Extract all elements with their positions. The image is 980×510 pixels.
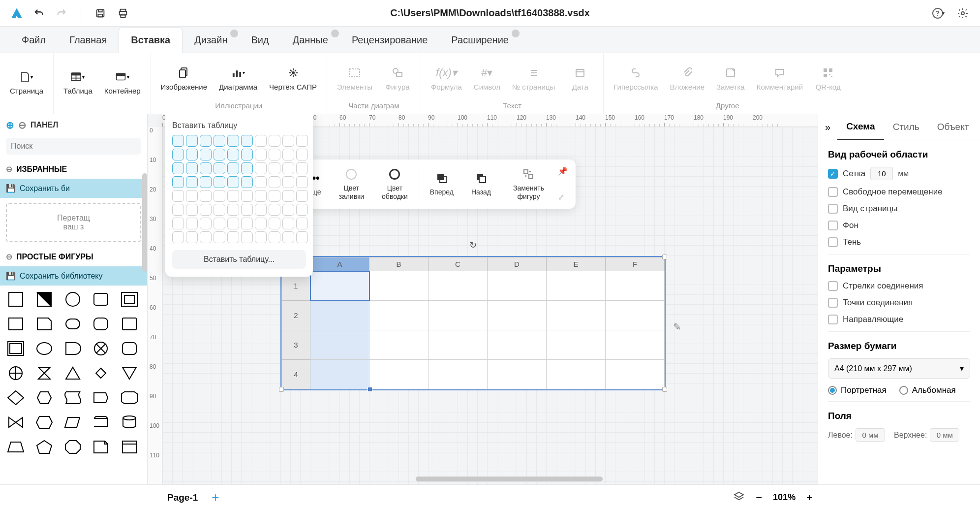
table-cell[interactable] (310, 301, 369, 330)
resize-handle[interactable] (279, 387, 284, 392)
shape-triangle[interactable] (62, 363, 84, 383)
table-grid-cell[interactable] (296, 176, 308, 188)
table-cell[interactable] (369, 360, 429, 389)
shape-bowtie[interactable] (5, 413, 27, 432)
shape-tri-down[interactable] (119, 363, 140, 383)
collapse-panel-icon[interactable]: » (818, 116, 837, 139)
add-icon[interactable]: ⊕ (6, 119, 14, 131)
ft-bring-front[interactable]: Вперед (421, 164, 462, 204)
table-grid-cell[interactable] (269, 231, 280, 243)
shape-flag[interactable] (62, 388, 84, 408)
table-grid-cell[interactable] (282, 135, 294, 147)
menu-view[interactable]: Вид (239, 28, 280, 53)
guides-checkbox[interactable] (828, 315, 838, 324)
zoom-out-button[interactable]: − (756, 491, 762, 504)
col-header[interactable]: E (547, 257, 606, 271)
canvas-scrollbar[interactable] (416, 477, 603, 481)
panel-scrollbar[interactable] (142, 173, 147, 272)
shape-circle[interactable] (62, 289, 84, 309)
table-grid-cell[interactable] (241, 176, 253, 188)
shape-pent[interactable] (33, 437, 55, 457)
col-header[interactable]: D (488, 257, 547, 271)
table-cell[interactable] (547, 330, 606, 360)
table-grid-cell[interactable] (227, 231, 239, 243)
shape-diamond[interactable] (5, 388, 27, 408)
shape-halfsquare[interactable] (33, 289, 55, 309)
shape-hex[interactable] (33, 388, 55, 408)
table-grid-cell[interactable] (255, 149, 267, 160)
collapse-icon[interactable]: ⊖ (6, 164, 12, 174)
grid-checkbox[interactable]: ✓ (828, 169, 838, 179)
table-grid-cell[interactable] (172, 190, 184, 202)
table-grid-cell[interactable] (200, 135, 212, 147)
table-cell[interactable] (310, 360, 369, 389)
tab-schema[interactable]: Схема (837, 114, 884, 140)
table-grid-cell[interactable] (227, 176, 239, 188)
shape-ellipse[interactable] (33, 339, 55, 358)
orientation-landscape[interactable]: Альбомная (899, 385, 956, 395)
table-grid-cell[interactable] (214, 218, 225, 229)
add-page-button[interactable]: + (212, 490, 219, 505)
col-header[interactable]: F (606, 257, 665, 271)
margin-left-input[interactable]: 0 мм (856, 428, 885, 442)
selection-handle[interactable] (368, 387, 372, 392)
col-header[interactable]: A (310, 257, 369, 271)
shape-pluscircle[interactable] (5, 363, 27, 383)
shape-rr3[interactable] (119, 314, 140, 334)
table-grid-cell[interactable] (241, 135, 253, 147)
undo-button[interactable] (31, 6, 46, 21)
shapes-search-input[interactable] (6, 138, 141, 155)
shape-trap[interactable] (5, 437, 27, 457)
ft-send-back[interactable]: Назад (462, 164, 500, 204)
table-grid-cell[interactable] (296, 190, 308, 202)
shape-hourglass[interactable] (33, 363, 55, 383)
table-cell[interactable] (488, 360, 547, 389)
table-grid-cell[interactable] (282, 218, 294, 229)
table-grid-cell[interactable] (172, 218, 184, 229)
table-grid-cell[interactable] (255, 204, 267, 216)
settings-button[interactable] (955, 6, 970, 21)
ribbon-image[interactable]: Изображение (157, 64, 212, 93)
margin-top-input[interactable]: 0 мм (930, 428, 959, 442)
table-grid-cell[interactable] (241, 190, 253, 202)
table-grid-cell[interactable] (282, 149, 294, 160)
shape-diamond-sm[interactable] (90, 363, 112, 383)
table-cell[interactable] (606, 330, 665, 360)
table-grid-cell[interactable] (186, 190, 198, 202)
table-grid-cell[interactable] (241, 204, 253, 216)
table-cell[interactable] (369, 330, 429, 360)
ribbon-chart[interactable]: ▾ Диаграмма (215, 64, 261, 93)
menu-data[interactable]: Данные (281, 28, 340, 53)
table-grid-cell[interactable] (282, 176, 294, 188)
save-button[interactable] (93, 6, 108, 21)
table-cell[interactable] (547, 271, 606, 301)
expand-icon[interactable]: ⤢ (558, 192, 568, 202)
table-grid-cell[interactable] (269, 190, 280, 202)
table-grid-cell[interactable] (227, 204, 239, 216)
conn-arrows-checkbox[interactable] (828, 281, 838, 291)
ribbon-container[interactable]: ▾ Контейнер (100, 68, 145, 97)
ft-replace-shape[interactable]: Заменить фигуру (504, 164, 553, 204)
table-cell[interactable] (429, 301, 488, 330)
page-tab[interactable]: Page-1 (167, 492, 198, 503)
col-header[interactable]: C (429, 257, 488, 271)
table-grid-cell[interactable] (296, 135, 308, 147)
page-view-checkbox[interactable] (828, 204, 838, 214)
orientation-portrait[interactable]: Портретная (828, 385, 887, 395)
row-header[interactable]: 4 (282, 360, 310, 389)
collapse-icon[interactable]: ⊖ (6, 252, 12, 261)
table-grid-cell[interactable] (255, 190, 267, 202)
table-cell[interactable] (429, 271, 488, 301)
table-grid-cell[interactable] (172, 149, 184, 160)
ribbon-page[interactable]: ▾ Страница (6, 68, 47, 97)
table-cell[interactable] (547, 301, 606, 330)
print-button[interactable] (116, 6, 130, 21)
table-grid-cell[interactable] (269, 162, 280, 174)
table-grid-cell[interactable] (227, 149, 239, 160)
table-cell[interactable] (310, 330, 369, 360)
ribbon-cad[interactable]: Чертёж САПР (265, 64, 321, 93)
table-grid-cell[interactable] (186, 135, 198, 147)
row-header[interactable]: 3 (282, 330, 310, 360)
table-grid-cell[interactable] (172, 231, 184, 243)
shape-banner[interactable] (90, 388, 112, 408)
